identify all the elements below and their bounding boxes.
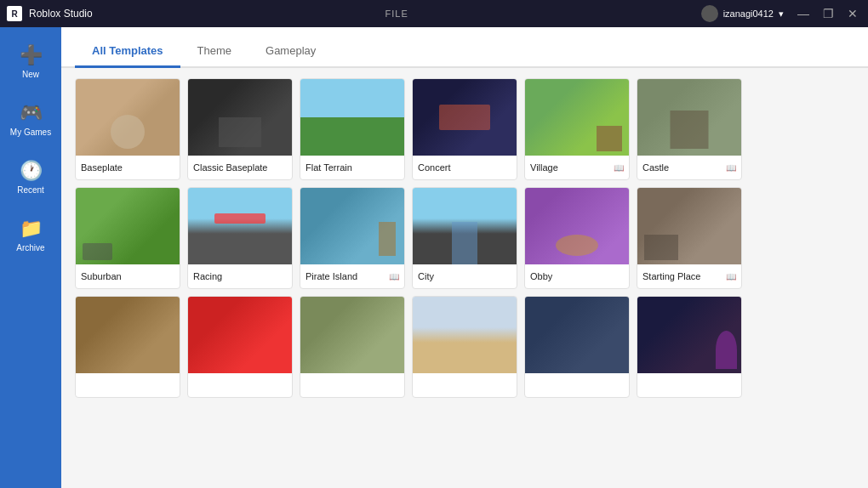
castle-book-icon: 📖: [726, 163, 736, 173]
template-name-baseplate: Baseplate: [81, 162, 123, 173]
minimize-button[interactable]: —: [794, 7, 813, 20]
template-card-r3-2[interactable]: [187, 296, 293, 398]
tab-gameplay[interactable]: Gameplay: [248, 36, 333, 68]
user-info: izanagi0412 ▾: [701, 5, 784, 22]
user-avatar: [701, 5, 718, 22]
tab-all-templates[interactable]: All Templates: [75, 36, 180, 68]
app-logo: R: [7, 6, 22, 21]
sidebar-item-my-games[interactable]: 🎮 My Games: [5, 92, 56, 146]
template-name-classic: Classic Baseplate: [193, 162, 267, 173]
template-card-pirate-island[interactable]: Pirate Island 📖: [300, 187, 405, 289]
file-menu[interactable]: FILE: [385, 9, 408, 19]
template-name-village: Village: [530, 162, 558, 173]
tab-theme[interactable]: Theme: [180, 36, 248, 68]
template-name-suburban: Suburban: [81, 271, 122, 281]
template-card-city[interactable]: City: [412, 187, 517, 289]
sidebar-item-label-new: New: [22, 70, 39, 79]
archive-icon: 📁: [20, 218, 43, 240]
username: izanagi0412: [723, 9, 774, 19]
template-card-baseplate[interactable]: Baseplate: [75, 78, 180, 180]
templates-grid-container: Baseplate Classic Baseplate Flat Terrain: [61, 68, 868, 488]
sidebar-item-label-my-games: My Games: [10, 128, 51, 137]
template-name-racing: Racing: [193, 271, 222, 281]
sidebar-item-new[interactable]: ➕ New: [5, 34, 56, 88]
template-card-r3-1[interactable]: [75, 296, 180, 398]
recent-icon: 🕐: [20, 160, 43, 182]
template-card-castle[interactable]: Castle 📖: [637, 78, 742, 180]
template-name-starting-place: Starting Place: [642, 271, 700, 281]
template-card-r3-5[interactable]: [524, 296, 630, 398]
starting-book-icon: 📖: [726, 272, 736, 281]
template-name-castle: Castle: [642, 162, 669, 173]
template-card-village[interactable]: Village 📖: [524, 78, 630, 180]
template-name-city: City: [418, 271, 434, 281]
templates-grid: Baseplate Classic Baseplate Flat Terrain: [75, 78, 854, 398]
sidebar: ➕ New 🎮 My Games 🕐 Recent 📁 Archive: [0, 27, 61, 488]
template-card-obby[interactable]: Obby: [524, 187, 630, 289]
template-name-concert: Concert: [418, 162, 451, 173]
my-games-icon: 🎮: [20, 102, 43, 124]
village-book-icon: 📖: [614, 163, 624, 173]
sidebar-item-label-archive: Archive: [16, 243, 44, 253]
app-title: Roblox Studio: [29, 8, 93, 20]
template-name-obby: Obby: [530, 271, 552, 281]
template-card-starting-place[interactable]: Starting Place 📖: [637, 187, 742, 289]
template-name-flat-terrain: Flat Terrain: [306, 162, 352, 173]
user-dropdown-icon[interactable]: ▾: [779, 9, 784, 20]
template-card-r3-3[interactable]: [300, 296, 405, 398]
title-bar: R Roblox Studio FILE izanagi0412 ▾ — ❐ ✕: [0, 0, 868, 27]
template-card-suburban[interactable]: Suburban: [75, 187, 180, 289]
new-icon: ➕: [20, 44, 43, 66]
sidebar-item-label-recent: Recent: [17, 185, 44, 195]
sidebar-item-archive[interactable]: 📁 Archive: [5, 207, 56, 262]
sidebar-item-recent[interactable]: 🕐 Recent: [5, 150, 56, 204]
template-card-racing[interactable]: Racing: [187, 187, 293, 289]
template-name-pirate-island: Pirate Island: [306, 271, 357, 281]
template-card-r3-4[interactable]: [412, 296, 517, 398]
template-card-classic-baseplate[interactable]: Classic Baseplate: [187, 78, 293, 180]
tabs-bar: All Templates Theme Gameplay: [61, 27, 868, 68]
template-card-r3-6[interactable]: [637, 296, 742, 398]
close-button[interactable]: ✕: [844, 7, 861, 20]
template-card-flat-terrain[interactable]: Flat Terrain: [300, 78, 405, 180]
template-card-concert[interactable]: Concert: [412, 78, 517, 180]
pirate-book-icon: 📖: [389, 272, 399, 281]
maximize-button[interactable]: ❐: [819, 7, 837, 20]
